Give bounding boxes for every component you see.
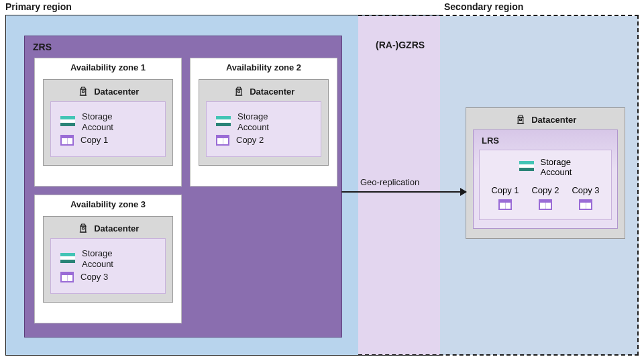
zrs-label: ZRS (33, 42, 52, 52)
copy-icon (579, 199, 592, 210)
az3-datacenter: Datacenter Storage Account Copy 3 (43, 216, 173, 303)
az1-copy: Copy 1 (60, 135, 156, 146)
az2-storage-account: Storage Account (216, 111, 311, 132)
az3-title: Availability zone 3 (35, 199, 181, 209)
az3-copy: Copy 3 (60, 272, 156, 282)
az2-datacenter: Datacenter Storage Account Copy 2 (199, 79, 329, 166)
secondary-copy-2: Copy 2 (531, 185, 559, 210)
az3-storage-account: Storage Account (60, 248, 156, 269)
secondary-copy-3: Copy 3 (572, 185, 599, 210)
az2-title: Availability zone 2 (191, 62, 337, 72)
az2-copy: Copy 2 (216, 135, 311, 146)
datacenter-icon (77, 85, 89, 97)
primary-region-label: Primary region (5, 1, 72, 12)
az1-datacenter: Datacenter Storage Account Copy 1 (43, 79, 173, 166)
datacenter-icon (515, 113, 527, 125)
geo-replication-label: Geo-replication (360, 177, 419, 187)
secondary-copies-row: Copy 1 Copy 2 Copy 3 (485, 185, 606, 210)
secondary-datacenter: Datacenter LRS Storage Account Copy 1 Co… (466, 107, 625, 239)
lrs-label: LRS (482, 136, 612, 146)
secondary-region-label: Secondary region (444, 1, 523, 12)
availability-zone-2: Availability zone 2 Datacenter Storage A… (190, 58, 337, 187)
availability-zone-1: Availability zone 1 Datacenter Storage A… (34, 58, 182, 187)
geo-replication-arrow (341, 191, 466, 193)
secondary-datacenter-header: Datacenter (473, 113, 618, 125)
az3-storage-panel: Storage Account Copy 3 (50, 238, 166, 294)
datacenter-icon (77, 222, 89, 234)
lrs-inner: Storage Account Copy 1 Copy 2 Copy 3 (479, 150, 612, 220)
storage-account-icon (60, 116, 75, 128)
datacenter-icon (233, 85, 245, 97)
az2-datacenter-header: Datacenter (206, 85, 321, 97)
az1-storage-account: Storage Account (60, 111, 156, 132)
az1-datacenter-header: Datacenter (50, 85, 166, 97)
svg-rect-5 (82, 227, 84, 229)
copy-icon (216, 135, 229, 146)
svg-rect-7 (519, 119, 521, 120)
az1-title: Availability zone 1 (35, 62, 181, 72)
storage-account-icon (216, 116, 231, 128)
svg-rect-3 (237, 91, 239, 92)
copy-icon (539, 199, 552, 210)
secondary-copy-1: Copy 1 (491, 185, 519, 210)
copy-icon (498, 199, 512, 210)
availability-zone-3: Availability zone 3 Datacenter Storage A… (34, 195, 182, 323)
lrs-panel: LRS Storage Account Copy 1 Copy 2 Copy 3 (473, 129, 618, 229)
copy-icon (60, 272, 74, 282)
storage-account-icon (519, 161, 534, 173)
secondary-storage-account: Storage Account (485, 157, 606, 177)
az3-datacenter-header: Datacenter (50, 222, 166, 234)
az2-storage-panel: Storage Account Copy 2 (206, 101, 321, 157)
ra-gzrs-label: (RA-)GZRS (376, 40, 425, 50)
zrs-panel: ZRS Availability zone 1 Datacenter Stora… (24, 36, 342, 338)
az1-storage-panel: Storage Account Copy 1 (50, 101, 166, 157)
storage-account-icon (60, 253, 75, 265)
copy-icon (60, 135, 74, 146)
svg-rect-1 (82, 91, 84, 92)
